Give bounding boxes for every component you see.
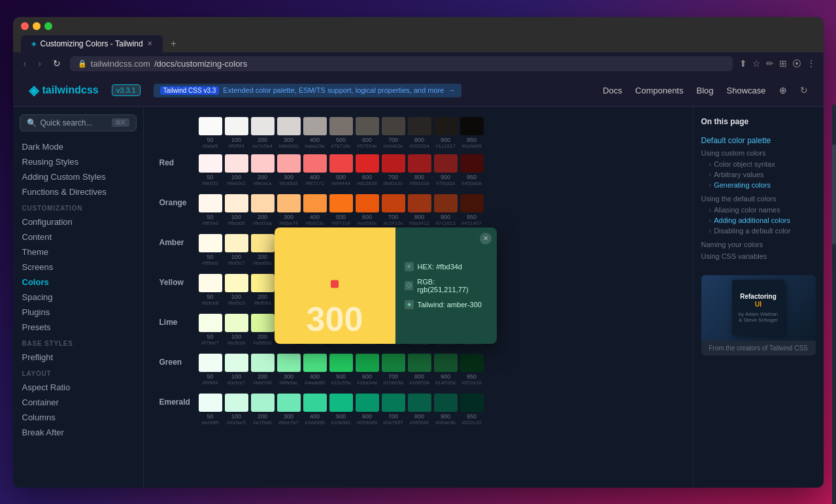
sidebar-item[interactable]: Container — [13, 395, 143, 410]
toc-sub-color-object[interactable]: Color object syntax — [701, 159, 816, 169]
color-swatch[interactable] — [408, 394, 431, 412]
tab-groups-icon[interactable]: ⊞ — [779, 58, 787, 69]
color-swatch[interactable] — [356, 194, 379, 212]
color-swatch[interactable] — [329, 354, 353, 372]
sidebar-item[interactable]: Functions & Directives — [13, 184, 143, 199]
color-swatch[interactable] — [382, 354, 405, 372]
site-logo[interactable]: ◈ tailwindcss — [29, 82, 99, 98]
toc-item-css-vars[interactable]: Using CSS variables — [701, 250, 816, 262]
color-swatch[interactable] — [356, 354, 379, 372]
color-swatch[interactable] — [277, 154, 301, 173]
back-button[interactable]: ‹ — [21, 57, 29, 70]
color-swatch[interactable] — [434, 394, 458, 412]
color-swatch[interactable] — [382, 194, 405, 212]
toc-sub-aliasing[interactable]: Aliasing color names — [701, 205, 816, 215]
color-swatch[interactable] — [199, 354, 222, 372]
forward-button[interactable]: › — [35, 57, 44, 70]
color-swatch[interactable] — [460, 354, 484, 372]
color-swatch[interactable] — [303, 394, 327, 412]
color-swatch[interactable] — [303, 117, 327, 135]
color-swatch[interactable] — [434, 194, 458, 212]
color-swatch[interactable] — [251, 314, 275, 332]
bookmark-icon[interactable]: ☆ — [752, 58, 761, 69]
sidebar-item[interactable]: Break After — [13, 425, 143, 440]
color-swatch[interactable] — [356, 154, 379, 173]
toc-item-custom-colors[interactable]: Using custom colors — [701, 147, 816, 159]
sidebar-item[interactable]: Plugins — [13, 305, 143, 320]
new-tab-button[interactable]: + — [165, 35, 182, 52]
extensions-icon[interactable]: ✏ — [766, 58, 774, 69]
nav-docs[interactable]: Docs — [603, 86, 622, 95]
maximize-button[interactable] — [44, 22, 52, 30]
color-swatch[interactable] — [460, 394, 484, 412]
color-swatch[interactable] — [408, 154, 431, 173]
toc-sub-arbitrary[interactable]: Arbitrary values — [701, 169, 816, 180]
color-swatch[interactable] — [434, 154, 458, 173]
color-swatch[interactable] — [303, 354, 327, 372]
sidebar-item[interactable]: Spacing — [13, 290, 143, 305]
color-swatch[interactable] — [356, 117, 379, 135]
popup-close-button[interactable]: ✕ — [480, 233, 492, 244]
color-swatch[interactable] — [199, 394, 222, 412]
toc-sub-additional[interactable]: Adding additional colors — [701, 215, 816, 226]
color-swatch[interactable] — [460, 117, 484, 135]
active-tab[interactable]: ◈ Customizing Colors - Tailwind ✕ — [21, 35, 163, 52]
color-swatch[interactable] — [225, 394, 248, 412]
toc-item-default-palette[interactable]: Default color palette — [701, 134, 816, 147]
toc-item-default-colors[interactable]: Using the default colors — [701, 193, 816, 205]
color-swatch[interactable] — [434, 117, 458, 135]
reload-button[interactable]: ↻ — [50, 57, 63, 70]
nav-showcase[interactable]: Showcase — [727, 86, 766, 95]
search-bar[interactable]: 🔍 Quick search... ⌘K — [20, 114, 137, 131]
color-swatch[interactable] — [408, 194, 431, 212]
color-swatch[interactable] — [329, 117, 353, 135]
sidebar-item[interactable]: Presets — [13, 320, 143, 335]
refresh-icon[interactable]: ↻ — [800, 85, 808, 95]
color-swatch[interactable] — [382, 117, 405, 135]
color-swatch[interactable] — [251, 154, 275, 173]
color-swatch[interactable] — [356, 394, 379, 412]
color-swatch[interactable] — [225, 354, 248, 372]
sidebar-item[interactable]: Dark Mode — [13, 139, 143, 154]
color-swatch[interactable] — [251, 194, 275, 212]
color-swatch[interactable] — [329, 154, 353, 173]
color-swatch[interactable] — [225, 117, 248, 135]
color-swatch[interactable] — [303, 154, 327, 173]
color-swatch[interactable] — [460, 154, 484, 173]
color-swatch[interactable] — [199, 274, 222, 292]
color-swatch[interactable] — [251, 117, 275, 135]
color-swatch[interactable] — [382, 394, 405, 412]
color-swatch[interactable] — [251, 274, 275, 292]
share-icon[interactable]: ⬆ — [739, 58, 747, 69]
toc-item-naming[interactable]: Naming your colors — [701, 239, 816, 250]
profile-icon[interactable]: ⦿ — [792, 58, 801, 69]
color-swatch[interactable] — [408, 117, 431, 135]
color-swatch[interactable] — [251, 354, 275, 372]
sidebar-item[interactable]: Preflight — [13, 350, 143, 365]
sidebar-item[interactable]: Adding Custom Styles — [13, 169, 143, 184]
nav-blog[interactable]: Blog — [696, 86, 713, 95]
color-swatch[interactable] — [251, 234, 275, 252]
nav-components[interactable]: Components — [635, 86, 684, 95]
color-swatch[interactable] — [199, 154, 222, 173]
color-swatch[interactable] — [460, 194, 484, 212]
color-swatch[interactable] — [199, 234, 222, 252]
toc-sub-disabling[interactable]: Disabling a default color — [701, 226, 816, 236]
color-swatch[interactable] — [329, 194, 353, 212]
sidebar-item[interactable]: Configuration — [13, 214, 143, 229]
toc-sub-generating[interactable]: Generating colors — [701, 180, 816, 190]
color-swatch[interactable] — [199, 314, 222, 332]
tab-close-button[interactable]: ✕ — [147, 40, 152, 47]
color-swatch[interactable] — [199, 117, 222, 135]
sidebar-item[interactable]: Aspect Ratio — [13, 380, 143, 395]
color-swatch[interactable] — [277, 117, 301, 135]
color-swatch[interactable] — [199, 194, 222, 212]
sidebar-item[interactable]: Colors — [13, 275, 143, 290]
announcement-banner[interactable]: Tailwind CSS v3.3 Extended color palette… — [154, 84, 462, 97]
sidebar-item[interactable]: Screens — [13, 260, 143, 275]
book-promo[interactable]: Refactoring UI by Adam Wathan & Steve Sc… — [701, 275, 816, 356]
menu-icon[interactable]: ⋮ — [807, 58, 816, 69]
sidebar-item[interactable]: Reusing Styles — [13, 154, 143, 169]
sidebar-item[interactable]: Content — [13, 229, 143, 244]
github-icon[interactable]: ⊕ — [779, 85, 787, 95]
